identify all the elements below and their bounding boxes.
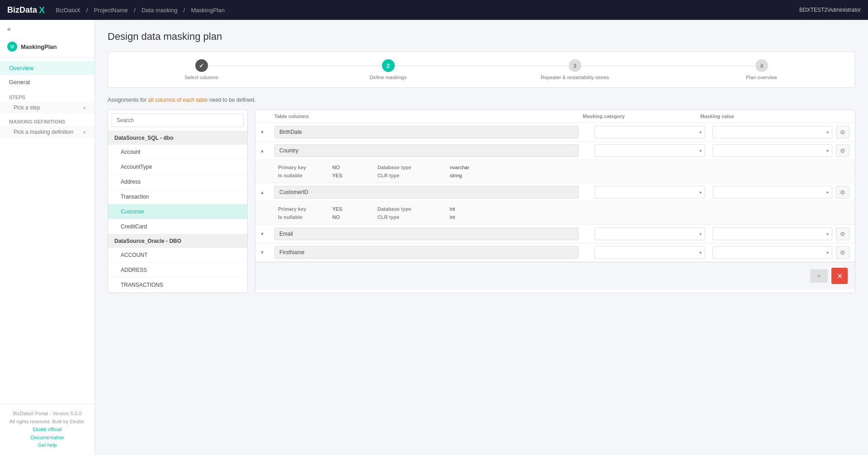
- step-3-label: Repeater & restartability stores: [541, 75, 609, 80]
- datasource-item-customer[interactable]: Customer: [108, 204, 247, 219]
- cid-dbtype-value: int: [450, 206, 504, 212]
- pick-masking-label: Pick a masking definition: [14, 129, 73, 135]
- customerid-gear-button[interactable]: ⚙: [836, 186, 849, 199]
- firstname-value-select[interactable]: [712, 246, 832, 259]
- country-clr-label: CLR type: [377, 173, 450, 178]
- step-1-circle: ✓: [195, 59, 208, 72]
- sidebar-item-general[interactable]: General: [0, 75, 94, 89]
- customerid-category-select[interactable]: [594, 186, 705, 199]
- step-2: 2 Define maskings: [295, 59, 481, 80]
- datasource-group-sql: DataSource_SQL - dbo Account AccountType…: [108, 131, 247, 234]
- birthdate-category-select[interactable]: [594, 126, 705, 138]
- datasource-item-address[interactable]: Address: [108, 175, 247, 190]
- sidebar-nav: Overview General Steps Pick a step ▾ Mas…: [0, 57, 94, 142]
- top-navigation: BizDataX BizDataX / ProjectName / Data m…: [0, 0, 868, 20]
- customerid-value-select[interactable]: [712, 186, 832, 199]
- cid-dbtype-label: Database type: [377, 206, 450, 212]
- toggle-birthdate[interactable]: ▾: [261, 129, 274, 135]
- column-row-main-country: ▴: [255, 142, 855, 160]
- country-pk-value: NO: [332, 165, 377, 170]
- toggle-customerid[interactable]: ▴: [261, 189, 274, 195]
- datasource-header-oracle[interactable]: DataSource_Oracle - DBO: [108, 234, 247, 248]
- column-row-customerid: ▴: [255, 183, 855, 225]
- customerid-category-wrapper: [594, 186, 705, 199]
- notice-highlight: all columns of each table: [148, 97, 208, 103]
- breadcrumb-item-3[interactable]: Data masking: [142, 7, 177, 14]
- step-4-circle: 4: [755, 59, 768, 72]
- email-category-select[interactable]: [594, 228, 705, 240]
- country-value-wrapper: [712, 144, 832, 157]
- logo-x: X: [39, 5, 45, 15]
- breadcrumb-sep-3: /: [182, 7, 187, 14]
- country-gear-button[interactable]: ⚙: [836, 144, 849, 157]
- pick-step-dropdown[interactable]: Pick a step ▾: [0, 102, 94, 114]
- firstname-category-select[interactable]: [594, 246, 705, 259]
- breadcrumb-sep-2: /: [132, 7, 137, 14]
- country-pk-label: Primary key: [278, 165, 332, 170]
- sidebar-item-overview[interactable]: Overview: [0, 61, 94, 75]
- toggle-country[interactable]: ▴: [261, 147, 274, 154]
- step-4: 4 Plan overview: [668, 59, 855, 80]
- user-info: BDXTEST2\Administrator: [799, 7, 861, 13]
- country-clr-value: string: [450, 173, 504, 178]
- column-row-firstname: ▾: [255, 243, 855, 262]
- email-gear-button[interactable]: ⚙: [836, 228, 849, 240]
- column-row-email: ▾: [255, 225, 855, 243]
- datasource-item-account-oracle[interactable]: ACCOUNT: [108, 248, 247, 263]
- toggle-firstname[interactable]: ▾: [261, 249, 274, 256]
- datasource-item-creditcard[interactable]: CreditCard: [108, 219, 247, 234]
- firstname-category-wrapper: [594, 246, 705, 259]
- cid-pk-value: YES: [332, 206, 377, 212]
- email-value-select[interactable]: [712, 228, 832, 240]
- datasource-item-transaction[interactable]: Transaction: [108, 190, 247, 204]
- chevron-down-icon: ▾: [83, 105, 85, 110]
- footer-version: BizDataX Portal - Version 5.0.0: [7, 410, 87, 418]
- pick-masking-dropdown[interactable]: Pick a masking definition ▾: [0, 126, 94, 138]
- footer-link-ekobit[interactable]: Ekobit official: [7, 426, 87, 434]
- bottom-bar: » ✕: [255, 262, 855, 289]
- search-input[interactable]: [112, 114, 244, 127]
- step-3: 3 Repeater & restartability stores: [481, 59, 668, 80]
- assignments-notice: Assignments for all columns of each tabl…: [108, 97, 855, 103]
- footer-link-help[interactable]: Get help: [7, 441, 87, 450]
- col-name-header: Table columns: [274, 114, 583, 119]
- sidebar-project: M MaskingPlan: [0, 38, 94, 57]
- chevron-down-icon-2: ▾: [83, 130, 85, 135]
- notice-prefix: Assignments for: [108, 97, 148, 103]
- cancel-button[interactable]: ✕: [831, 268, 848, 284]
- sidebar-toggle[interactable]: «: [0, 20, 94, 38]
- breadcrumb-item-4[interactable]: MaskingPlan: [191, 7, 224, 14]
- next-button[interactable]: »: [810, 269, 828, 283]
- column-row-birthdate: ▾: [255, 123, 855, 142]
- email-value-wrapper: [712, 228, 832, 240]
- country-nullable-value: YES: [332, 173, 377, 178]
- datasource-item-account[interactable]: Account: [108, 145, 247, 160]
- cid-pk-label: Primary key: [278, 206, 332, 212]
- birthdate-value-select[interactable]: [712, 126, 832, 138]
- logo-text: BizData: [7, 5, 37, 15]
- country-value-select[interactable]: [712, 144, 832, 157]
- datasource-item-transactions-oracle[interactable]: TRANSACTIONS: [108, 278, 247, 293]
- step-3-circle: 3: [569, 59, 581, 72]
- col-field-birthdate: [274, 126, 594, 138]
- toggle-email[interactable]: ▾: [261, 231, 274, 237]
- birthdate-gear-button[interactable]: ⚙: [836, 126, 849, 138]
- cid-nullable-value: NO: [332, 214, 377, 220]
- firstname-gear-button[interactable]: ⚙: [836, 246, 849, 259]
- col-category-header: Masking category: [583, 114, 700, 119]
- right-panel: Table columns Masking category Masking v…: [255, 109, 855, 293]
- email-input: [274, 228, 579, 240]
- breadcrumb-item-1[interactable]: BizDataX: [56, 7, 80, 14]
- datasource-header-sql[interactable]: DataSource_SQL - dbo: [108, 131, 247, 145]
- step-1: ✓ Select columns: [108, 59, 295, 80]
- column-headers: Table columns Masking category Masking v…: [255, 110, 855, 123]
- country-category-select[interactable]: [594, 144, 705, 157]
- datasource-item-accounttype[interactable]: AccountType: [108, 160, 247, 175]
- footer-link-docs[interactable]: Documentation: [7, 434, 87, 442]
- steps-label: Steps: [0, 89, 94, 102]
- step-1-label: Select columns: [184, 75, 218, 80]
- breadcrumb-item-2[interactable]: ProjectName: [94, 7, 128, 14]
- firstname-input: [274, 246, 579, 259]
- datasource-item-address-oracle[interactable]: ADDRESS: [108, 263, 247, 278]
- step-2-circle: 2: [382, 59, 395, 72]
